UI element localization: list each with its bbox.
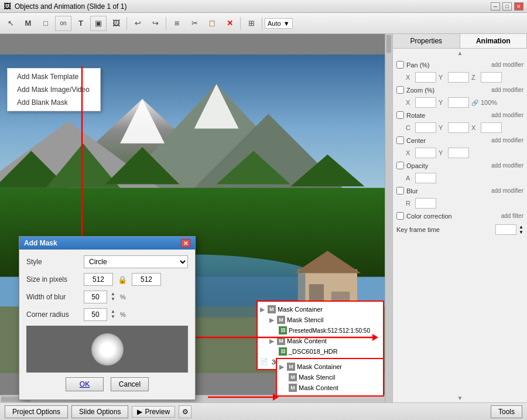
toolbar-rect-btn[interactable]: □ — [37, 16, 54, 31]
rotate-y-input[interactable] — [448, 122, 469, 133]
preview-extra-btn[interactable]: ⚙ — [179, 405, 191, 418]
tree-blank-mask-container[interactable]: ▶ M Mask Container — [279, 361, 381, 372]
undo-btn[interactable]: ↩ — [129, 16, 146, 31]
separator2 — [166, 17, 166, 30]
pan-x-input[interactable] — [415, 72, 436, 83]
close-button[interactable]: ✕ — [514, 2, 523, 11]
pan-z-input[interactable] — [481, 72, 502, 83]
grid-btn[interactable]: ⊞ — [243, 16, 259, 31]
rotate-label: Rotate — [406, 112, 489, 119]
ok-button[interactable]: OK — [66, 377, 104, 391]
zoom-y-input[interactable] — [448, 97, 469, 108]
preview-btn[interactable]: ▶ Preview — [132, 406, 175, 418]
scroll-down-btn[interactable]: ▼ — [393, 394, 527, 402]
pan-x-label: X — [406, 74, 413, 81]
style-select[interactable]: Circle Rectangle Ellipse — [84, 255, 188, 268]
blank-mask-container-icon: M — [287, 363, 295, 371]
auto-dropdown[interactable]: Auto ▼ — [265, 18, 293, 29]
zoom-x-input[interactable] — [415, 97, 436, 108]
dropdown-menu: Add Mask Template Add Mask Image/Video A… — [7, 68, 101, 111]
rotate-x-input[interactable] — [481, 122, 502, 133]
tree-blank-stencil[interactable]: M Mask Stencil — [279, 372, 381, 383]
center-checkbox[interactable] — [396, 136, 404, 144]
menu-add-mask-image-video[interactable]: Add Mask Image/Video — [8, 83, 100, 96]
tree-preset-mask[interactable]: 🖼 PresetedMask:512:512:1:50:50 — [260, 325, 381, 336]
rotate-checkbox[interactable] — [396, 111, 404, 119]
cancel-button[interactable]: Cancel — [111, 377, 149, 391]
keyframe-input[interactable] — [495, 224, 516, 235]
tree-mask-container[interactable]: ▶ M Mask Container — [260, 304, 381, 315]
project-options-btn[interactable]: Project Options — [5, 405, 68, 418]
menu-add-blank-mask[interactable]: Add Blank Mask — [8, 96, 100, 109]
opacity-label: Opacity — [406, 162, 489, 169]
rotate-inputs-row: C Y X — [396, 122, 523, 133]
cut-btn[interactable]: ✂ — [186, 16, 203, 31]
pan-y-label: Y — [439, 74, 446, 81]
zoom-row: Zoom (%) add modifier — [396, 86, 523, 94]
scroll-up-btn[interactable]: ▲ — [393, 49, 527, 57]
toolbar-image-btn[interactable]: 🖼 — [108, 16, 124, 31]
toolbar-on-btn[interactable]: on — [55, 16, 71, 31]
size-height-input[interactable] — [132, 273, 161, 286]
slide-options-btn[interactable]: Slide Options — [71, 405, 128, 418]
corner-radius-label: Corner radius — [26, 310, 79, 319]
toolbar-frame-btn[interactable]: ▣ — [90, 16, 107, 31]
center-x-input[interactable] — [415, 148, 436, 158]
tree-blank-content[interactable]: M Mask Content — [279, 383, 381, 393]
blank-stencil-icon: M — [289, 373, 297, 381]
tab-properties[interactable]: Properties — [393, 34, 460, 48]
pan-z-label: Z — [471, 74, 478, 81]
pan-y-input[interactable] — [448, 72, 469, 83]
tree-mask-stencil[interactable]: ▶ M Mask Stencil — [260, 315, 381, 325]
minimize-button[interactable]: ─ — [491, 2, 500, 11]
copy-btn[interactable]: ⊞ — [169, 16, 185, 31]
blur-modifier-link[interactable]: add modifier — [491, 187, 523, 194]
center-row: Center add modifier — [396, 136, 523, 144]
delete-btn[interactable]: ✕ — [221, 16, 238, 31]
corner-radius-input[interactable] — [84, 308, 107, 321]
maximize-button[interactable]: □ — [502, 2, 512, 11]
pan-row: Pan (%) add modifier — [396, 61, 523, 69]
pan-checkbox[interactable] — [396, 61, 404, 69]
mask-stencil-icon: M — [277, 316, 285, 324]
rotate-c-input[interactable] — [415, 122, 436, 133]
zoom-checkbox[interactable] — [396, 86, 404, 94]
title-bar-text: Objects and Animation (Slide 1 of 1) — [15, 2, 126, 11]
bottom-bar: Project Options Slide Options ▶ Preview … — [0, 402, 527, 420]
slide-vertical-scrollbar[interactable] — [385, 34, 392, 402]
blur-spinner[interactable]: ▲ ▼ — [111, 292, 115, 302]
rotate-modifier-link[interactable]: add modifier — [491, 112, 523, 118]
opacity-checkbox[interactable] — [396, 162, 404, 169]
center-modifier-link[interactable]: add modifier — [491, 137, 523, 144]
blur-checkbox[interactable] — [396, 187, 404, 194]
pan-modifier-link[interactable]: add modifier — [491, 62, 523, 68]
toolbar: ↖ M □ on T ▣ 🖼 ↩ ↪ ⊞ ✂ 📋 ✕ ⊞ Auto ▼ — [0, 13, 527, 34]
toolbar-text-btn[interactable]: T — [73, 16, 89, 31]
toolbar-m-btn[interactable]: M — [20, 16, 36, 31]
keyframe-spinner[interactable]: ▲ ▼ — [519, 224, 523, 235]
blur-row: Width of blur ▲ ▼ % — [26, 291, 188, 303]
blank-content-icon: M — [289, 384, 297, 392]
dialog-body: Style Circle Rectangle Ellipse Size in p… — [19, 250, 195, 399]
mask-container-label: Mask Container — [278, 306, 323, 313]
menu-add-mask-template[interactable]: Add Mask Template — [8, 70, 100, 83]
size-width-input[interactable] — [84, 273, 113, 286]
opacity-modifier-link[interactable]: add modifier — [491, 162, 523, 169]
blur-r-input[interactable] — [415, 198, 436, 209]
tools-btn[interactable]: Tools — [491, 405, 522, 418]
blur-value-input[interactable] — [84, 291, 107, 303]
radius-spinner[interactable]: ▲ ▼ — [111, 309, 115, 320]
tab-animation[interactable]: Animation — [460, 34, 528, 48]
tree-mask-content[interactable]: ▶ M Mask Content — [260, 336, 381, 346]
opacity-a-input[interactable] — [415, 173, 436, 183]
tree-dsc-file[interactable]: 🖼 _DSC6018_HDR — [260, 346, 381, 357]
dialog-close-btn[interactable]: ✕ — [181, 239, 190, 247]
paste-btn[interactable]: 📋 — [204, 16, 220, 31]
toolbar-cursor-btn[interactable]: ↖ — [2, 16, 19, 31]
center-y-input[interactable] — [448, 148, 469, 158]
redo-btn[interactable]: ↪ — [147, 16, 163, 31]
color-correction-checkbox[interactable] — [396, 212, 404, 220]
zoom-modifier-link[interactable]: add modifier — [491, 87, 523, 93]
color-correction-filter-link[interactable]: add filter — [501, 213, 523, 219]
center-x-label: X — [406, 149, 413, 156]
